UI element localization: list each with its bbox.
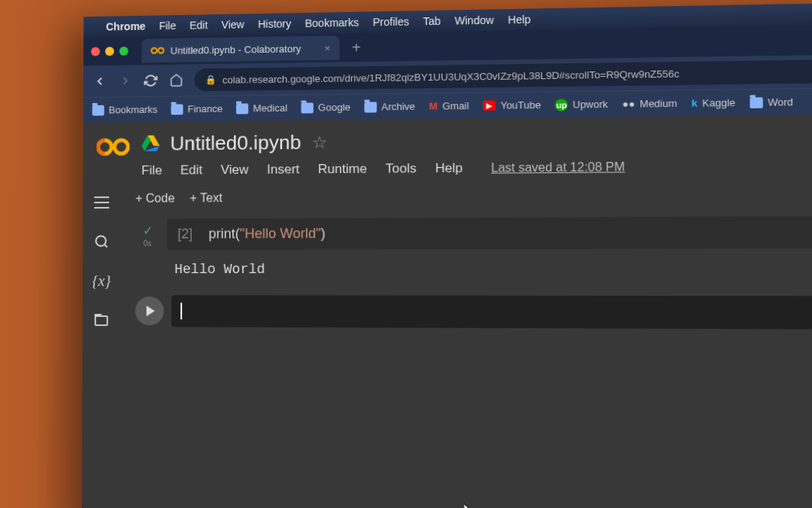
- run-cell-button[interactable]: [135, 297, 164, 325]
- colab-menu-view[interactable]: View: [221, 163, 249, 178]
- check-icon: ✓: [143, 224, 153, 238]
- bookmark-folder-medical[interactable]: Medical: [236, 102, 287, 114]
- macos-menu-history[interactable]: History: [258, 17, 291, 30]
- gmail-icon: M: [429, 100, 438, 111]
- cell-status: ✓ 0s: [135, 219, 159, 248]
- colab-logo-icon[interactable]: [96, 135, 129, 158]
- macos-menu-window[interactable]: Window: [455, 14, 494, 26]
- search-icon[interactable]: [92, 233, 111, 251]
- folder-icon: [92, 105, 105, 115]
- variables-icon[interactable]: {x}: [92, 272, 111, 290]
- svg-point-0: [152, 48, 157, 53]
- star-icon[interactable]: ☆: [312, 132, 328, 152]
- youtube-icon: ▶: [483, 100, 496, 110]
- address-bar[interactable]: 🔒 colab.research.google.com/drive/1RJf82…: [195, 59, 812, 91]
- colab-menu-help[interactable]: Help: [435, 161, 463, 177]
- close-tab-icon[interactable]: ×: [324, 42, 330, 53]
- code-cell-empty[interactable]: [135, 295, 812, 330]
- minimize-window-button[interactable]: [105, 47, 114, 56]
- forward-button[interactable]: [118, 74, 133, 89]
- colab-header: Untitled0.ipynb ☆ File Edit View Insert …: [83, 114, 812, 185]
- browser-tab[interactable]: Untitled0.ipynb - Colaboratory ×: [142, 35, 340, 62]
- colab-menu-bar: File Edit View Insert Runtime Tools Help…: [141, 157, 812, 178]
- back-button[interactable]: [92, 74, 108, 89]
- folder-icon: [365, 102, 377, 112]
- add-text-button[interactable]: + Text: [189, 191, 222, 205]
- new-tab-button[interactable]: +: [346, 38, 368, 56]
- window-controls: [91, 47, 129, 56]
- maximize-window-button[interactable]: [120, 47, 129, 56]
- notebook-title[interactable]: Untitled0.ipynb: [170, 131, 301, 156]
- macos-menu-profiles[interactable]: Profiles: [373, 16, 409, 29]
- last-saved-text[interactable]: Last saved at 12:08 PM: [491, 160, 625, 175]
- colab-menu-file[interactable]: File: [141, 163, 162, 178]
- play-icon: [147, 306, 155, 316]
- files-icon[interactable]: [92, 311, 111, 329]
- bookmark-folder-archive[interactable]: Archive: [365, 101, 416, 113]
- bookmark-folder-google[interactable]: Google: [301, 102, 351, 114]
- tab-title: Untitled0.ipynb - Colaboratory: [171, 43, 301, 56]
- close-window-button[interactable]: [91, 47, 100, 56]
- mouse-cursor-icon: [464, 503, 477, 508]
- colab-body: {x} + Code + Text ✓ 0s [2] print("Hello …: [82, 180, 812, 508]
- cell-actions: + Code + Text: [135, 187, 812, 205]
- exec-count: [2]: [177, 227, 192, 242]
- folder-icon: [301, 102, 314, 113]
- cell-output: Hello World: [174, 261, 812, 277]
- macos-menu-file[interactable]: File: [159, 20, 177, 32]
- colab-favicon-icon: [151, 46, 165, 55]
- bookmark-word[interactable]: Word: [750, 96, 793, 108]
- upwork-icon: up: [555, 99, 568, 111]
- table-of-contents-icon[interactable]: [92, 193, 111, 211]
- bookmark-youtube[interactable]: ▶YouTube: [483, 99, 541, 111]
- medium-icon: ●●: [623, 98, 635, 110]
- code-cell-content[interactable]: [2] print("Hello World"): [167, 216, 812, 250]
- svg-rect-5: [94, 202, 109, 203]
- macos-menu-help[interactable]: Help: [508, 14, 531, 26]
- colab-menu-insert[interactable]: Insert: [267, 162, 299, 177]
- exec-time: 0s: [144, 239, 152, 248]
- bookmark-folder-bookmarks[interactable]: Bookmarks: [92, 104, 158, 116]
- svg-rect-4: [94, 196, 109, 198]
- colab-sidebar: {x}: [82, 184, 121, 508]
- svg-rect-6: [94, 207, 109, 208]
- macos-menu-bookmarks[interactable]: Bookmarks: [305, 17, 359, 29]
- bookmark-gmail[interactable]: MGmail: [429, 100, 469, 112]
- bookmark-upwork[interactable]: upUpwork: [555, 98, 607, 111]
- colab-menu-runtime[interactable]: Runtime: [318, 162, 367, 178]
- url-text: colab.research.google.com/drive/1RJf82ql…: [223, 68, 680, 86]
- macos-menu-tab[interactable]: Tab: [423, 15, 441, 28]
- svg-point-3: [114, 140, 128, 154]
- macos-menu-edit[interactable]: Edit: [189, 19, 208, 31]
- folder-icon: [750, 97, 763, 108]
- macos-menu-view[interactable]: View: [222, 18, 244, 30]
- svg-point-1: [159, 48, 164, 53]
- colab-menu-tools[interactable]: Tools: [386, 161, 417, 177]
- reload-button[interactable]: [143, 73, 158, 88]
- colab-main: + Code + Text ✓ 0s [2] print("Hello Worl…: [120, 180, 812, 508]
- add-code-button[interactable]: + Code: [135, 192, 174, 205]
- folder-icon: [236, 103, 248, 114]
- bookmark-medium[interactable]: ●●Medium: [623, 98, 677, 110]
- lock-icon: 🔒: [205, 75, 217, 85]
- bookmark-folder-finance[interactable]: Finance: [171, 103, 223, 115]
- svg-point-7: [96, 236, 106, 245]
- kaggle-icon: k: [692, 97, 698, 109]
- macos-app-name[interactable]: Chrome: [106, 20, 146, 33]
- text-cursor: [180, 303, 182, 319]
- empty-code-input[interactable]: [171, 295, 812, 329]
- bookmark-kaggle[interactable]: kKaggle: [692, 97, 735, 109]
- colab-menu-edit[interactable]: Edit: [180, 163, 203, 178]
- code-function: print: [208, 226, 235, 241]
- folder-icon: [171, 104, 183, 114]
- code-string: "Hello World": [240, 226, 321, 242]
- code-cell-executed[interactable]: ✓ 0s [2] print("Hello World"): [135, 216, 812, 250]
- home-button[interactable]: [168, 73, 183, 88]
- google-drive-icon: [141, 135, 159, 153]
- svg-rect-8: [95, 316, 108, 325]
